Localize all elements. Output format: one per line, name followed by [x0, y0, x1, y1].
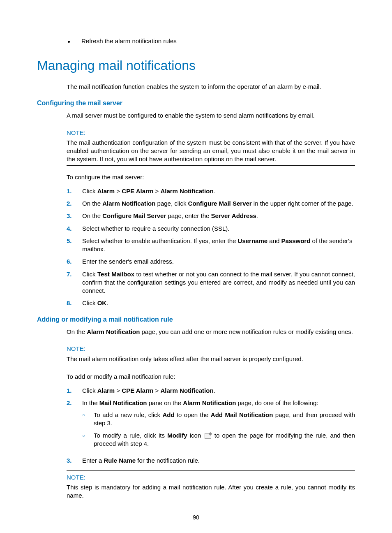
circle-bullet-icon: ○ — [82, 431, 94, 448]
step-number: 8. — [67, 299, 82, 307]
list-item: 2. On the Alarm Notification page, click… — [67, 199, 355, 208]
step-body: Click Alarm > CPE Alarm > Alarm Notifica… — [82, 387, 355, 395]
circle-bullet-icon: ○ — [82, 411, 94, 428]
step-number: 4. — [67, 225, 82, 233]
section-add-modify-rule: Adding or modifying a mail notification … — [37, 315, 355, 324]
top-bullet-text: Refresh the alarm notification rules — [81, 37, 177, 44]
sect1-lead: A mail server must be configured to enab… — [67, 111, 355, 120]
page-number: 90 — [37, 514, 355, 521]
note-body: This step is mandatory for adding a mail… — [67, 483, 355, 500]
sect1-prelist: To configure the mail server: — [67, 173, 355, 181]
sub-body: To add a new rule, click Add to open the… — [94, 411, 355, 428]
step-number: 3. — [67, 212, 82, 220]
step-body: On the Alarm Notification page, click Co… — [82, 199, 355, 208]
top-bullet-item: Refresh the alarm notification rules — [68, 37, 355, 45]
section-configure-mail-server: Configuring the mail server — [37, 99, 355, 108]
bullet-icon — [68, 41, 70, 43]
sub-body: To modify a rule, click its Modify icon … — [94, 431, 355, 448]
note-box-2: NOTE: The mail alarm notification only t… — [67, 342, 355, 365]
sect2-steps: 1. Click Alarm > CPE Alarm > Alarm Notif… — [67, 387, 355, 465]
list-item: 8. Click OK. — [67, 299, 355, 307]
list-item: 3. On the Configure Mail Server page, en… — [67, 212, 355, 220]
step-body: On the Configure Mail Server page, enter… — [82, 212, 355, 220]
list-item: 1. Click Alarm > CPE Alarm > Alarm Notif… — [67, 387, 355, 395]
intro-paragraph: The mail notification function enables t… — [67, 83, 355, 91]
step-number: 2. — [67, 199, 82, 208]
step-number: 7. — [67, 270, 82, 295]
step-body: Enter the sender's email address. — [82, 257, 355, 266]
step-body: Select whether to enable authentication.… — [82, 237, 355, 254]
sect2-prelist: To add or modify a mail notification rul… — [67, 373, 355, 381]
list-item: 5. Select whether to enable authenticati… — [67, 237, 355, 254]
step-body: Enter a Rule Name for the notification r… — [82, 457, 355, 465]
step-body: Click Test Mailbox to test whether or no… — [82, 270, 355, 295]
step-body: Click OK. — [82, 299, 355, 307]
modify-icon — [205, 433, 211, 439]
note-label: NOTE: — [67, 345, 355, 353]
step-number: 5. — [67, 237, 82, 254]
note-box-3: NOTE: This step is mandatory for adding … — [67, 470, 355, 502]
step-number: 3. — [67, 457, 82, 465]
sub-list: ○ To add a new rule, click Add to open t… — [82, 411, 355, 448]
sect1-steps: 1. Click Alarm > CPE Alarm > Alarm Notif… — [67, 187, 355, 308]
sect2-lead: On the Alarm Notification page, you can … — [67, 328, 355, 336]
list-item: 7. Click Test Mailbox to test whether or… — [67, 270, 355, 295]
note-body: The mail authentication configuration of… — [67, 139, 355, 164]
page-title: Managing mail notifications — [37, 57, 355, 74]
step-number: 6. — [67, 257, 82, 266]
sub-list-item: ○ To modify a rule, click its Modify ico… — [82, 431, 355, 448]
note-box-1: NOTE: The mail authentication configurat… — [67, 126, 355, 166]
step-body: Select whether to require a security con… — [82, 225, 355, 233]
list-item: 6. Enter the sender's email address. — [67, 257, 355, 266]
sub-list-item: ○ To add a new rule, click Add to open t… — [82, 411, 355, 428]
list-item: 3. Enter a Rule Name for the notificatio… — [67, 457, 355, 465]
note-label: NOTE: — [67, 473, 355, 482]
step-body: In the Mail Notification pane on the Ala… — [82, 399, 355, 452]
list-item: 4. Select whether to require a security … — [67, 225, 355, 233]
step-number: 1. — [67, 387, 82, 395]
step-body: Click Alarm > CPE Alarm > Alarm Notifica… — [82, 187, 355, 195]
note-body: The mail alarm notification only takes e… — [67, 355, 355, 363]
note-label: NOTE: — [67, 129, 355, 137]
step-number: 1. — [67, 187, 82, 195]
step-number: 2. — [67, 399, 82, 452]
list-item: 2. In the Mail Notification pane on the … — [67, 399, 355, 452]
list-item: 1. Click Alarm > CPE Alarm > Alarm Notif… — [67, 187, 355, 195]
